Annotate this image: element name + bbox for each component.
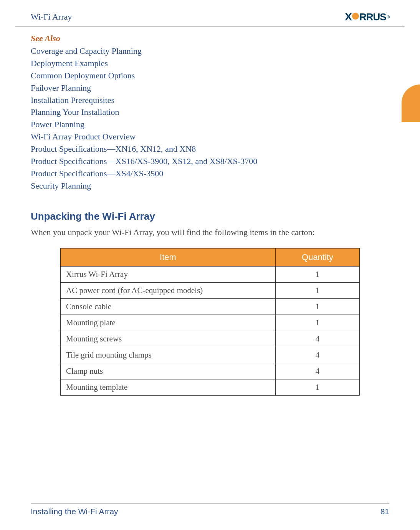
table-cell-qty: 1 [276, 315, 360, 331]
table-cell-item: Mounting plate [61, 315, 276, 331]
table-cell-item: AC power cord (for AC-equipped models) [61, 282, 276, 298]
header-title: Wi-Fi Array [31, 12, 72, 22]
table-row: AC power cord (for AC-equipped models) 1 [61, 282, 360, 298]
page-footer: Installing the Wi-Fi Array 81 [31, 504, 389, 516]
link-spec-xs16[interactable]: Product Specifications—XS16/XS-3900, XS1… [31, 155, 389, 167]
table-cell-qty: 4 [276, 331, 360, 347]
link-power-planning[interactable]: Power Planning [31, 118, 389, 131]
table-row: Console cable 1 [61, 298, 360, 315]
xirrus-logo: XRRUS® [345, 11, 389, 23]
section-body-text: When you unpack your Wi-Fi Array, you wi… [31, 225, 389, 239]
table-cell-item: Mounting screws [61, 331, 276, 347]
table-cell-qty: 1 [276, 379, 360, 395]
table-body: Xirrus Wi-Fi Array 1 AC power cord (for … [61, 266, 360, 395]
page-content: See Also Coverage and Capacity Planning … [0, 26, 420, 396]
link-spec-xn16[interactable]: Product Specifications—XN16, XN12, and X… [31, 143, 389, 155]
logo-registered-mark: ® [387, 15, 389, 19]
table-cell-item: Clamp nuts [61, 363, 276, 379]
link-installation-prereq[interactable]: Installation Prerequisites [31, 94, 389, 106]
table-cell-qty: 1 [276, 266, 360, 282]
link-planning-installation[interactable]: Planning Your Installation [31, 106, 389, 118]
link-deployment-examples[interactable]: Deployment Examples [31, 57, 389, 70]
page-header: Wi-Fi Array XRRUS® [15, 0, 405, 26]
table-cell-qty: 4 [276, 347, 360, 363]
table-cell-item: Tile grid mounting clamps [61, 347, 276, 363]
table-row: Tile grid mounting clamps 4 [61, 347, 360, 363]
logo-letter-x: X [345, 11, 352, 23]
carton-items-table: Item Quantity Xirrus Wi-Fi Array 1 AC po… [60, 248, 360, 396]
table-row: Mounting plate 1 [61, 315, 360, 331]
link-spec-xs4[interactable]: Product Specifications—XS4/XS-3500 [31, 167, 389, 180]
link-product-overview[interactable]: Wi-Fi Array Product Overview [31, 131, 389, 143]
see-also-heading: See Also [31, 33, 389, 43]
table-header-row: Item Quantity [61, 248, 360, 266]
table-header-qty: Quantity [276, 248, 360, 266]
link-common-deployment[interactable]: Common Deployment Options [31, 70, 389, 82]
link-failover-planning[interactable]: Failover Planning [31, 82, 389, 94]
section-heading-unpacking: Unpacking the Wi-Fi Array [31, 210, 389, 222]
table-cell-item: Mounting template [61, 379, 276, 395]
logo-burst-icon [352, 13, 359, 20]
table-row: Mounting template 1 [61, 379, 360, 395]
logo-letters-rrus: RRUS [359, 11, 386, 23]
link-security-planning[interactable]: Security Planning [31, 180, 389, 192]
table-cell-qty: 1 [276, 282, 360, 298]
table-cell-item: Console cable [61, 298, 276, 315]
table-row: Clamp nuts 4 [61, 363, 360, 379]
table-header-item: Item [61, 248, 276, 266]
table-row: Xirrus Wi-Fi Array 1 [61, 266, 360, 282]
table-cell-qty: 4 [276, 363, 360, 379]
link-coverage-capacity[interactable]: Coverage and Capacity Planning [31, 45, 389, 57]
page-number: 81 [380, 507, 389, 516]
footer-chapter-title: Installing the Wi-Fi Array [31, 507, 118, 516]
table-cell-qty: 1 [276, 298, 360, 315]
table-row: Mounting screws 4 [61, 331, 360, 347]
table-cell-item: Xirrus Wi-Fi Array [61, 266, 276, 282]
